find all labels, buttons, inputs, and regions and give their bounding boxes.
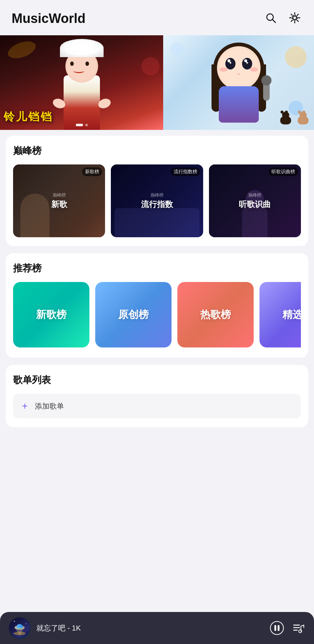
- playlist-icon: [291, 621, 305, 635]
- svg-rect-5: [274, 625, 276, 631]
- banner: 铃儿铛铛 ✦ ✦: [0, 35, 314, 130]
- peak-badge-3: 听歌识曲榜: [269, 167, 298, 176]
- recommend-list: 新歌榜 原创榜 热歌榜 精选榜: [13, 282, 301, 349]
- recommend-label-1: 新歌榜: [36, 308, 67, 322]
- peak-chart-new-song[interactable]: 新歌榜 巅峰榜 新歌: [13, 164, 105, 237]
- playlist-button[interactable]: [291, 621, 305, 635]
- recommend-item-new-song[interactable]: 新歌榜: [13, 282, 89, 347]
- banner-text-left: 铃儿铛铛: [4, 111, 53, 123]
- svg-rect-6: [278, 625, 279, 631]
- header: MusicWorld: [0, 0, 314, 32]
- peak-chart-recognition[interactable]: 听歌识曲榜 巅峰榜 听歌识曲: [209, 164, 301, 237]
- playlist-section: 歌单列表 + 添加歌单: [6, 365, 308, 427]
- add-playlist-button[interactable]: + 添加歌单: [13, 394, 301, 418]
- peak-badge-2: 流行指数榜: [171, 167, 200, 176]
- svg-point-4: [270, 621, 283, 635]
- svg-point-2: [293, 16, 297, 20]
- playback-controls: [270, 621, 305, 635]
- recommend-label-2: 原创榜: [118, 308, 149, 322]
- gear-icon: [289, 12, 301, 24]
- banner-item-left[interactable]: 铃儿铛铛: [0, 35, 163, 130]
- peak-charts-list: 新歌榜 巅峰榜 新歌 流行指数榜 巅峰榜 流行指数: [13, 164, 301, 237]
- app-title: MusicWorld: [12, 11, 85, 26]
- now-playing-song-title: 就忘了吧 - 1K: [36, 624, 81, 632]
- now-playing-avatar[interactable]: [9, 617, 31, 639]
- peak-charts-section: 巅峰榜 新歌榜 巅峰榜 新歌 流行指数榜: [6, 136, 308, 246]
- recommend-charts-section: 推荐榜 新歌榜 原创榜 热歌榜 精选榜: [6, 253, 308, 358]
- search-button[interactable]: [263, 10, 278, 27]
- svg-line-1: [273, 20, 275, 23]
- recommend-label-4: 精选榜: [282, 308, 301, 322]
- peak-badge-1: 新歌榜: [82, 167, 102, 176]
- settings-button[interactable]: [287, 10, 302, 27]
- header-actions: [263, 10, 302, 27]
- peak-chart-title-2: 流行指数: [141, 200, 173, 209]
- pause-icon: [270, 621, 284, 635]
- recommend-title: 推荐榜: [13, 262, 301, 275]
- recommend-item-original[interactable]: 原创榜: [95, 282, 172, 347]
- peak-chart-popular[interactable]: 流行指数榜 巅峰榜 流行指数: [111, 164, 203, 237]
- now-playing-bar[interactable]: 就忘了吧 - 1K: [0, 612, 314, 644]
- recommend-label-3: 热歌榜: [200, 308, 231, 322]
- pause-button[interactable]: [270, 621, 284, 635]
- playlist-title: 歌单列表: [13, 374, 301, 386]
- add-icon: +: [22, 401, 28, 411]
- peak-chart-title-3: 听歌识曲: [239, 200, 271, 209]
- banner-item-right[interactable]: ✦ ✦: [163, 35, 314, 130]
- now-playing-song-info: 就忘了吧 - 1K: [36, 623, 264, 633]
- add-playlist-label: 添加歌单: [35, 401, 64, 411]
- peak-chart-title-1: 新歌: [51, 200, 67, 209]
- recommend-item-selected[interactable]: 精选榜: [259, 282, 301, 347]
- recommend-item-hot[interactable]: 热歌榜: [177, 282, 254, 347]
- search-icon: [265, 12, 277, 24]
- peak-charts-title: 巅峰榜: [13, 144, 301, 157]
